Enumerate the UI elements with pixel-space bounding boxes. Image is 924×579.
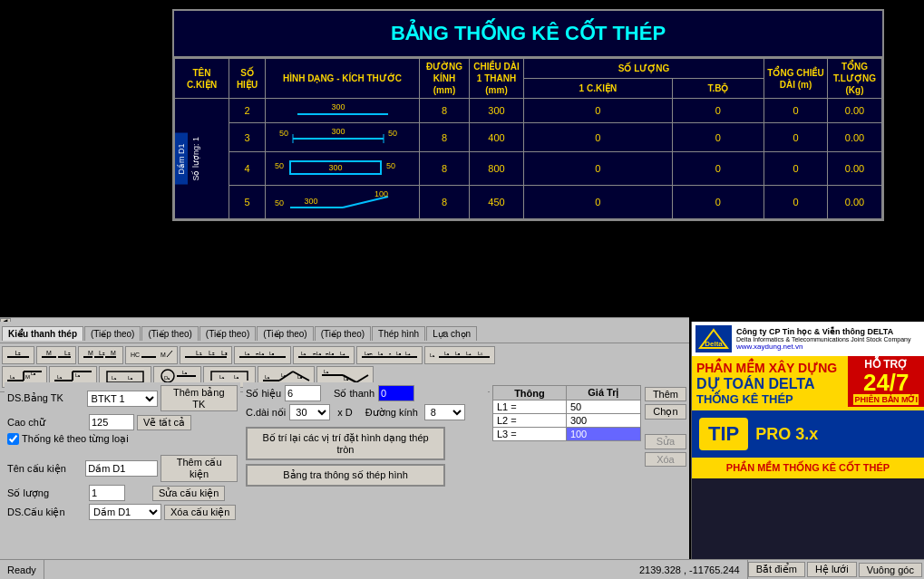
l1-value: 50: [566, 400, 640, 414]
shape-icon-7[interactable]: L₁ₘL₂ₘL₃L₄: [293, 346, 355, 364]
l3-label: L3 =: [493, 428, 567, 441]
bo-tri-btn[interactable]: Bố trí lại các vị trí đặt hình dạng thép…: [246, 427, 445, 460]
row4-so-hieu: 4: [229, 152, 266, 186]
c-dai-noi-select[interactable]: 30: [289, 404, 330, 420]
tab-tiep-theo-5[interactable]: (Tiếp theo): [315, 326, 371, 341]
shape-icon-3[interactable]: ML₂M: [78, 346, 123, 364]
tab-thep-hinh[interactable]: Thép hình: [372, 326, 425, 341]
svg-text:50: 50: [275, 198, 284, 207]
l3-row: L3 = 100: [493, 428, 641, 441]
tab-tiep-theo-2[interactable]: (Tiếp theo): [141, 326, 198, 341]
them-cau-kien-btn[interactable]: Thêm cấu kiện: [160, 455, 238, 482]
ds-cau-kien-select[interactable]: Dầm D1: [89, 504, 161, 520]
l3-value: 100: [566, 428, 640, 441]
ve-tat-ca-btn[interactable]: Vẽ tất cả: [137, 415, 191, 430]
header-duong-kinh: ĐƯỜNG KÍNH (mm): [420, 59, 470, 99]
svg-text:50: 50: [386, 161, 395, 170]
cao-chu-row: Cao chữ Vẽ tất cả: [7, 414, 238, 430]
thong-ke-row: Thống kê theo từng loại: [7, 433, 238, 445]
svg-text:L₃: L₃: [396, 351, 402, 356]
svg-text:ₘL₃: ₘL₃: [326, 351, 335, 356]
svg-text:L₁: L₁: [112, 375, 117, 381]
svg-text:ₘL₂: ₘL₂: [313, 351, 322, 356]
l1-row: L1 = 50: [493, 400, 641, 414]
row4-dk: 8: [420, 152, 470, 186]
them-bang-tk-btn[interactable]: Thêm bảng TK: [160, 385, 238, 411]
chon-btn[interactable]: Chọn: [645, 404, 686, 420]
so-hieu-input[interactable]: [285, 385, 321, 401]
row4-cd: 800: [470, 152, 524, 186]
row4-tcd: 0: [764, 152, 828, 186]
dam-d1-label: Dầm D1: [175, 133, 188, 185]
tab-kieu-thanh-thep[interactable]: Kiểu thanh thép: [2, 326, 83, 341]
thong-ke-label: Thống kê theo từng loại: [22, 433, 129, 445]
cao-chu-input[interactable]: [89, 414, 134, 430]
bang-tra-btn[interactable]: Bảng tra thông số thép hình: [246, 464, 445, 487]
sua-btn[interactable]: Sửa: [645, 434, 686, 449]
svg-text:M: M: [46, 350, 52, 356]
svg-text:D₁: D₁: [164, 375, 170, 381]
shape-icon-6[interactable]: L₁ₘL₂L₃: [234, 346, 291, 364]
svg-text:Delta: Delta: [705, 340, 723, 348]
thong-table: Thông Giá Trị L1 = 50 L2 = 300 L3 =: [492, 385, 641, 441]
svg-text:L₁: L₁: [10, 374, 15, 380]
svg-text:L₂: L₂: [234, 374, 239, 380]
thong-ke-checkbox[interactable]: [7, 433, 19, 445]
ten-cau-kien-input[interactable]: [85, 460, 158, 477]
xoa-btn[interactable]: Xóa: [645, 452, 686, 467]
shape-icon-8[interactable]: L₁ₘL₂ₙL₃L₄: [356, 346, 423, 364]
svg-text:L₁: L₁: [265, 374, 270, 380]
table-row: 5 50 300 100 8 450 0 0 0 0.00: [175, 186, 882, 219]
so-luong-input[interactable]: [89, 485, 125, 501]
svg-text:300: 300: [331, 127, 345, 136]
pro-label: PRO 3.x: [755, 425, 818, 444]
tab-lua-chon[interactable]: Lựa chọn: [426, 326, 477, 341]
sua-cau-kien-btn[interactable]: Sửa cấu kiện: [152, 486, 225, 501]
header-hinh-dang: HÌNH DẠNG - KÍCH THƯỚC: [266, 59, 420, 99]
ds-bang-tk-select[interactable]: BTKT 1: [87, 391, 158, 407]
shape-icon-1[interactable]: L₂: [2, 346, 34, 364]
svg-text:M: M: [160, 352, 166, 358]
shape-icon-5[interactable]: L₁L₂L₃: [180, 346, 232, 364]
tab-tiep-theo-4[interactable]: (Tiếp theo): [257, 326, 313, 341]
svg-text:L₃: L₃: [269, 351, 275, 356]
shape-icon-4[interactable]: HCM: [125, 346, 178, 364]
svg-text:L₂: L₂: [15, 350, 22, 356]
duong-kinh-label: Đường kính: [365, 407, 418, 419]
tip-logo: TIP: [699, 418, 748, 450]
svg-text:L₂: L₂: [444, 351, 450, 356]
so-luong-label: Số lượng: 1: [190, 133, 202, 185]
svg-text:L₁: L₁: [219, 374, 225, 380]
tab-tiep-theo-3[interactable]: (Tiếp theo): [199, 326, 256, 341]
shape-icon-9[interactable]: L₁L₂L₃L₄L₅: [424, 346, 495, 364]
he-luoi-btn[interactable]: Hệ lưới: [807, 562, 857, 577]
svg-text:50: 50: [388, 129, 397, 138]
ds-cau-kien-label: DS.Cấu kiện: [7, 507, 89, 518]
svg-text:L₃: L₃: [455, 351, 461, 356]
xoa-cau-kien-btn[interactable]: Xóa cấu kiện: [164, 505, 236, 520]
row5-shape: 50 300 100: [266, 186, 420, 219]
vuong-goc-btn[interactable]: Vuông góc: [859, 563, 922, 577]
row5-so-hieu: 5: [229, 186, 266, 219]
x-d-label: x D: [337, 407, 353, 418]
svg-text:L₄: L₄: [405, 351, 411, 356]
so-thanh-input[interactable]: [378, 385, 414, 401]
ten-cau-kien-label: Tên cấu kiện: [7, 463, 85, 475]
svg-text:L₁: L₁: [57, 374, 63, 380]
ten-cau-kien-row: Tên cấu kiện Thêm cấu kiện: [7, 455, 238, 482]
row5-sl1: 0: [524, 186, 673, 219]
them-btn[interactable]: Thêm: [645, 387, 686, 401]
duong-kinh-select[interactable]: 8: [424, 404, 465, 420]
svg-text:L₂: L₂: [209, 350, 215, 356]
bat-diem-btn[interactable]: Bắt điểm: [748, 562, 805, 577]
row2-sl2: 0: [672, 99, 764, 123]
coords-status: 2139.328 , -11765.244: [632, 560, 748, 579]
company-text: Công ty CP Tin học & Viễn thông DELTA De…: [736, 327, 910, 351]
ad-bottom: PHẦN MỀM THỐNG KÊ CỐT THÉP: [692, 458, 924, 478]
tab-tiep-theo-1[interactable]: (Tiếp theo): [84, 326, 141, 341]
row2-tcd: 0: [764, 99, 828, 123]
icon-row-1: L₂ ML₂ ML₂M HCM L₁L₂L₃ L₁ₘL₂L₃ L₁ₘL₂ₘL₃L…: [2, 346, 687, 364]
svg-text:L₂: L₂: [182, 370, 188, 375]
so-luong-label: Số lượng: [7, 487, 89, 499]
shape-icon-2[interactable]: ML₂: [36, 346, 76, 364]
